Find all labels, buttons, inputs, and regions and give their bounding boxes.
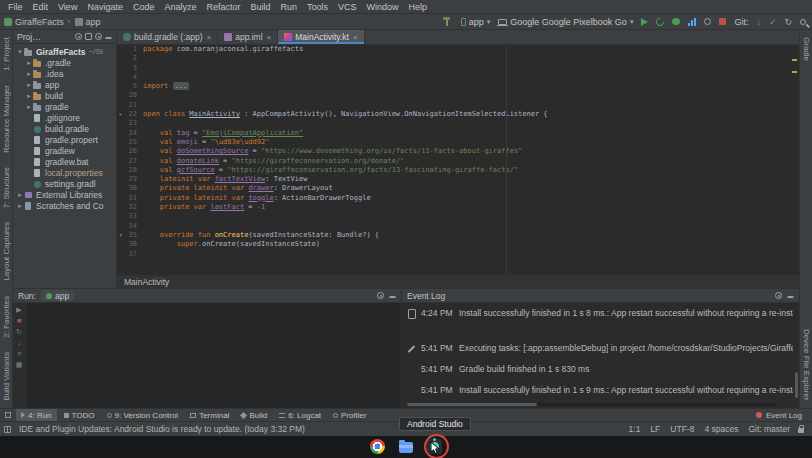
run-gutter-icon[interactable]: ▸ <box>119 110 123 117</box>
chrome-icon[interactable] <box>370 439 385 454</box>
editor-tab-app.iml[interactable]: app.iml× <box>218 30 278 44</box>
close-icon[interactable]: × <box>353 33 358 42</box>
expand-arrow[interactable]: ▸ <box>25 81 33 89</box>
expand-arrow[interactable]: ▸ <box>25 92 33 100</box>
code-line[interactable]: 32 private var lastFact = -1 <box>117 203 799 212</box>
tree-item-giraffefacts[interactable]: ▾GiraffeFacts~/St <box>13 46 116 57</box>
menu-item-file[interactable]: File <box>3 2 28 12</box>
git-commit-icon[interactable]: ✓ <box>769 17 777 27</box>
editor-tab-mainactivity.kt[interactable]: MainActivity.kt× <box>278 30 364 44</box>
code-line[interactable]: 36 super.onCreate(savedInstanceState) <box>117 240 799 249</box>
debug-button[interactable] <box>672 18 680 25</box>
stop-icon[interactable]: ■ <box>17 317 21 325</box>
tool-stripe-7-structure[interactable]: 7: Structure <box>2 167 11 208</box>
menu-item-view[interactable]: View <box>53 2 82 12</box>
code-line[interactable]: 5import ... <box>117 82 799 91</box>
status-4-spaces[interactable]: 4 spaces <box>704 424 738 434</box>
run-button[interactable] <box>641 18 648 26</box>
tree-item-build[interactable]: ▸build <box>13 90 116 101</box>
tool-stripe-2-favorites[interactable]: 2: Favorites <box>2 296 11 338</box>
code-line[interactable]: 28 val gcfSource = "https://giraffeconse… <box>117 166 799 175</box>
status-lf[interactable]: LF <box>650 424 660 434</box>
tool-stripe-gradle[interactable]: Gradle <box>802 37 811 61</box>
device-selector[interactable]: Google Google Pixelbook Go ▾ <box>498 17 633 27</box>
tool-window-button-build[interactable]: Build <box>236 409 272 421</box>
collapse-all-icon[interactable] <box>85 33 92 40</box>
horizontal-scrollbar[interactable] <box>407 403 777 406</box>
tree-item-.gitignore[interactable]: .gitignore <box>13 112 116 123</box>
tool-stripe-1-project[interactable]: 1: Project <box>2 37 11 71</box>
tool-windows-grid-icon[interactable] <box>4 426 11 433</box>
menu-item-window[interactable]: Window <box>362 2 404 12</box>
tree-item-gradlew[interactable]: gradlew <box>13 145 116 156</box>
status-message[interactable]: IDE and Plugin Updates: Android Studio i… <box>19 424 621 434</box>
tool-window-button-6-logcat[interactable]: 6: Logcat <box>274 409 326 421</box>
menu-item-refactor[interactable]: Refactor <box>201 2 245 12</box>
gear-icon[interactable] <box>95 33 102 40</box>
code-line[interactable]: 22▸open class MainActivity : AppCompatAc… <box>117 110 799 119</box>
tool-window-button-9-version-control[interactable]: 9: Version Control <box>102 409 184 421</box>
event-log-entry-1[interactable]: 4:24 PMInstall successfully finished in … <box>407 308 793 319</box>
status-1-1[interactable]: 1:1 <box>629 424 641 434</box>
editor-tab-build.gradle (:app)[interactable]: build.gradle (:app)× <box>117 30 218 44</box>
git-rollback-icon[interactable]: ↻ <box>784 17 792 27</box>
code-line[interactable]: 31 private lateinit var toggle: ActionBa… <box>117 194 799 203</box>
code-line[interactable]: 37 <box>117 250 799 259</box>
tree-item-gradlew.bat[interactable]: gradlew.bat <box>13 156 116 167</box>
override-gutter-icon[interactable]: ↑ <box>119 231 123 238</box>
tree-item-.idea[interactable]: ▸.idea <box>13 68 116 79</box>
run-console[interactable] <box>26 303 401 408</box>
tree-item-external libraries[interactable]: ▸External Libraries <box>13 189 116 200</box>
status-utf-8[interactable]: UTF-8 <box>670 424 694 434</box>
run-config-selector[interactable]: app ▾ <box>461 17 491 27</box>
code-line[interactable]: 34 <box>117 222 799 231</box>
code-line[interactable]: 4 <box>117 73 799 82</box>
event-log-entry-2[interactable]: 5:41 PMExecuting tasks: [:app:assembleDe… <box>407 343 793 354</box>
tree-item-gradle[interactable]: ▸gradle <box>13 101 116 112</box>
menu-item-run[interactable]: Run <box>276 2 303 12</box>
expand-arrow[interactable]: ▸ <box>25 59 33 67</box>
code-line[interactable]: 21 <box>117 101 799 110</box>
stop-button[interactable] <box>719 18 726 25</box>
menu-item-help[interactable]: Help <box>404 2 433 12</box>
tree-item-app[interactable]: ▸app <box>13 79 116 90</box>
lock-icon[interactable] <box>798 428 804 433</box>
hide-panel-icon[interactable] <box>105 37 112 39</box>
menu-item-analyze[interactable]: Analyze <box>159 2 201 12</box>
git-update-icon[interactable]: ↓ <box>756 17 761 27</box>
event-log-entry-3[interactable]: 5:41 PMGradle build finished in 1 s 830 … <box>407 364 793 375</box>
attach-debugger-button[interactable] <box>704 18 711 25</box>
gear-icon[interactable] <box>775 292 782 299</box>
tool-window-button-terminal[interactable]: Terminal <box>185 409 234 421</box>
profiler-button[interactable] <box>688 18 696 26</box>
build-hammer-icon[interactable] <box>442 16 453 27</box>
code-line[interactable]: 2 <box>117 54 799 63</box>
tool-stripe-build-variants[interactable]: Build Variants <box>2 352 11 401</box>
project-panel-title[interactable]: Project <box>17 32 43 42</box>
code-line[interactable]: 25 val emoji = "\ud83e\udd92" <box>117 138 799 147</box>
window-corner-icon[interactable] <box>5 412 11 418</box>
hide-panel-icon[interactable] <box>787 296 794 298</box>
locate-icon[interactable] <box>75 33 82 40</box>
error-stripe-mark[interactable] <box>792 59 797 61</box>
scroll-to-end-icon[interactable]: ↓ <box>17 339 21 347</box>
restart-icon[interactable]: ↻ <box>16 328 22 336</box>
code-line[interactable]: 35↑ override fun onCreate(savedInstanceS… <box>117 231 799 240</box>
tool-stripe-device-file-explorer[interactable]: Device File Explorer <box>802 329 811 401</box>
menu-item-vcs[interactable]: VCS <box>333 2 362 12</box>
menu-item-navigate[interactable]: Navigate <box>82 2 128 12</box>
tool-window-button-todo[interactable]: TODO <box>59 409 100 421</box>
event-log-entry-4[interactable]: 5:41 PMInstall successfully finished in … <box>407 385 793 396</box>
code-line[interactable]: 3 <box>117 64 799 73</box>
event-log-button[interactable]: Event Log <box>756 411 812 420</box>
soft-wrap-icon[interactable]: ≡ <box>17 350 21 358</box>
tree-item-local.properties[interactable]: local.properties <box>13 167 116 178</box>
tool-stripe-layout-captures[interactable]: Layout Captures <box>2 222 11 281</box>
expand-arrow[interactable]: ▸ <box>25 103 33 111</box>
close-icon[interactable]: × <box>267 33 272 42</box>
hide-panel-icon[interactable] <box>389 296 396 298</box>
menu-item-code[interactable]: Code <box>128 2 160 12</box>
code-line[interactable]: 33 <box>117 212 799 221</box>
tree-item-scratches and co[interactable]: ▸Scratches and Co <box>13 200 116 211</box>
vertical-scrollbar[interactable] <box>795 372 798 398</box>
